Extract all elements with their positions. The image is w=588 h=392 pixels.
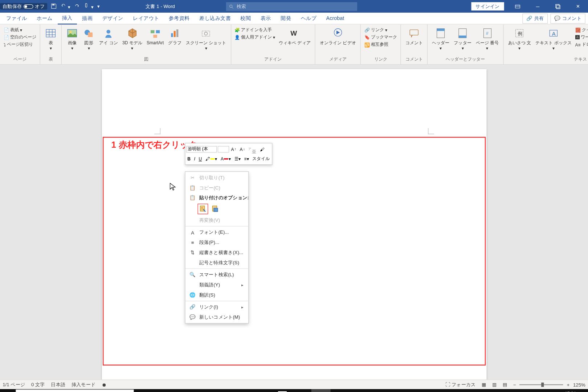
search-box[interactable]: 検索 <box>226 2 357 11</box>
taskbar-app-mail[interactable] <box>196 389 215 392</box>
bullets-icon[interactable]: ☰▾ <box>233 156 242 162</box>
menu-direction[interactable]: ⇅縦書きと横書き(X)... <box>185 248 248 258</box>
smartart-button[interactable]: SmartArt <box>145 26 166 56</box>
bold-button[interactable]: B <box>186 156 192 162</box>
phonetic-guide-icon[interactable]: ア亜 <box>247 143 258 155</box>
autosave-toggle[interactable]: 自動保存 オフ <box>0 3 47 9</box>
save-icon[interactable] <box>51 3 57 10</box>
get-addins-button[interactable]: 🧩 アドインを入手 <box>234 26 276 33</box>
document-page[interactable]: ↵ 1 赤枠内で右クリック 2 A↑ A↓ ア亜 🖌 B I U 🖍▾ A▾ ☰… <box>102 69 486 379</box>
taskbar-app-skype[interactable]: S <box>234 389 254 392</box>
pictures-button[interactable]: 画像▾ <box>64 26 80 56</box>
grow-font-icon[interactable]: A↑ <box>230 146 237 152</box>
macro-record-icon[interactable]: ⏺ <box>102 382 106 387</box>
tab-dev[interactable]: 開発 <box>276 13 295 24</box>
bookmark-button[interactable]: 🔖 ブックマーク <box>363 34 398 41</box>
zoom-in-icon[interactable]: + <box>567 382 570 387</box>
tab-help[interactable]: ヘルプ <box>297 13 321 24</box>
menu-paragraph[interactable]: ≡段落(P)... <box>185 237 248 248</box>
icons-button[interactable]: アイ コン <box>98 26 120 56</box>
styles-button[interactable]: スタイル <box>251 155 271 162</box>
undo-icon[interactable]: ▾ <box>60 3 70 10</box>
tab-insert[interactable]: 挿入 <box>58 12 77 24</box>
touch-mode-icon[interactable]: ▾ <box>83 3 94 10</box>
tab-mailmerge[interactable]: 差し込み文書 <box>195 13 235 24</box>
zoom-out-icon[interactable]: − <box>513 382 516 387</box>
menu-font[interactable]: Aフォント(E)... <box>185 227 248 237</box>
page-break-button[interactable]: ⤵ ページ区切り <box>3 41 37 48</box>
tab-review[interactable]: 校閲 <box>236 13 255 24</box>
font-family-input[interactable] <box>186 146 217 152</box>
italic-button[interactable]: I <box>193 156 197 162</box>
menu-new-comment[interactable]: 💬新しいコメント(M) <box>185 312 248 322</box>
zoom-value[interactable]: 125% <box>573 382 585 387</box>
dropcap-button[interactable]: A≡ ドロップ キャップ ▾ <box>574 41 588 48</box>
menu-translate[interactable]: 🌐翻訳(S) <box>185 290 248 300</box>
shrink-font-icon[interactable]: A↓ <box>238 146 246 152</box>
taskbar-app-generic[interactable] <box>292 389 311 392</box>
3dmodel-button[interactable]: 3D モデル▾ <box>121 26 144 56</box>
tab-draw[interactable]: 描画 <box>78 13 97 24</box>
menu-link[interactable]: 🔗リンク(I)▸ <box>185 302 248 312</box>
wordart-button[interactable]: 🅰 ワードアート ▾ <box>574 34 588 41</box>
zoom-control[interactable]: − + 125% <box>513 382 585 387</box>
tab-home[interactable]: ホーム <box>32 13 57 24</box>
view-read-icon[interactable]: ▥ <box>492 382 497 388</box>
tab-design[interactable]: デザイン <box>98 13 128 24</box>
tab-layout[interactable]: レイアウト <box>128 13 163 24</box>
font-size-input[interactable] <box>217 146 229 152</box>
header-button[interactable]: ヘッダー▾ <box>430 26 451 56</box>
focus-mode-button[interactable]: ⛶ フォーカス <box>445 381 475 388</box>
taskbar-app-explorer[interactable] <box>215 389 234 392</box>
table-button[interactable]: 表▾ <box>43 26 58 56</box>
shapes-button[interactable]: 図形▾ <box>81 26 97 56</box>
format-painter-icon[interactable]: 🖌 <box>258 146 265 152</box>
my-addins-button[interactable]: 👤 個人用アドイン ▾ <box>234 34 276 41</box>
highlight-icon[interactable]: 🖍▾ <box>204 156 219 162</box>
status-words[interactable]: 0 文字 <box>31 381 45 388</box>
textbox-button[interactable]: Aテキスト ボックス▾ <box>534 26 573 56</box>
maximize-icon[interactable] <box>548 0 568 13</box>
signin-button[interactable]: サインイン <box>471 2 504 11</box>
tab-acrobat[interactable]: Acrobat <box>322 13 349 23</box>
underline-button[interactable]: U <box>197 156 203 162</box>
chart-button[interactable]: グラフ <box>167 26 183 56</box>
greeting-button[interactable]: 例あいさつ 文▾ <box>506 26 533 56</box>
view-web-icon[interactable]: ▤ <box>503 382 507 388</box>
status-lang[interactable]: 日本語 <box>51 381 65 388</box>
taskbar-app-chrome[interactable] <box>177 389 196 392</box>
taskview-icon[interactable]: ⧉ <box>158 389 177 392</box>
redo-icon[interactable] <box>74 3 80 10</box>
menu-synonym[interactable]: 類義語(Y)▸ <box>185 280 248 290</box>
taskbar-app-acrobat[interactable] <box>273 389 292 392</box>
zoom-slider[interactable] <box>519 384 563 385</box>
menu-smart-lookup[interactable]: 🔍スマート検索(L) <box>185 270 248 280</box>
qa-more-icon[interactable]: ▾ <box>97 4 100 9</box>
new-comment-button[interactable]: コメント <box>404 26 425 56</box>
page-number-button[interactable]: #ページ 番号▾ <box>474 26 501 56</box>
footer-button[interactable]: フッター▾ <box>452 26 473 56</box>
link-button[interactable]: 🔗 リンク ▾ <box>363 26 398 33</box>
close-icon[interactable]: ✕ <box>568 0 588 13</box>
quickparts-button[interactable]: 🧱 クイック パーツ ▾ <box>574 26 588 33</box>
view-print-icon[interactable]: ▦ <box>482 382 486 388</box>
tab-view[interactable]: 表示 <box>256 13 275 24</box>
numbering-icon[interactable]: ≡▾ <box>243 156 250 162</box>
paste-picture-button[interactable] <box>210 204 220 214</box>
tab-file[interactable]: ファイル <box>2 13 32 24</box>
blank-page-button[interactable]: 📄 空白のページ <box>3 34 37 41</box>
crossref-button[interactable]: 🔁 相互参照 <box>363 41 398 48</box>
screenshot-button[interactable]: スクリーン ショット▾ <box>184 26 228 56</box>
minimize-icon[interactable]: ─ <box>528 0 548 13</box>
cover-page-button[interactable]: 📄 表紙 ▾ <box>3 26 37 33</box>
taskbar-app-word[interactable]: W <box>311 389 331 392</box>
taskbar-search[interactable]: ここに入力して検索 <box>16 389 134 392</box>
taskbar-app-itunes[interactable] <box>254 389 273 392</box>
comment-button[interactable]: 💬 コメント <box>550 13 585 24</box>
menu-symbol[interactable]: 記号と特殊文字(S) <box>185 257 248 268</box>
wikipedia-button[interactable]: Wウィキペ ディア <box>277 26 312 56</box>
font-color-icon[interactable]: A▾ <box>219 156 232 162</box>
paste-keep-source-button[interactable] <box>197 204 208 214</box>
online-video-button[interactable]: オンライン ビデオ <box>318 26 358 56</box>
status-mode[interactable]: 挿入モード <box>72 381 95 388</box>
